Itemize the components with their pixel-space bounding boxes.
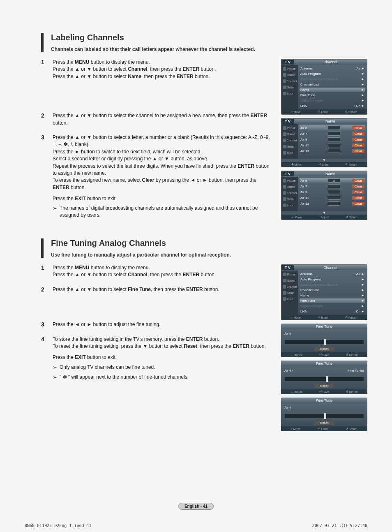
ft-channel: Air 4 xyxy=(284,332,291,335)
b: ENTER xyxy=(177,74,194,79)
t: Repeat the process to select the last th… xyxy=(53,163,238,169)
print-footer: BN68-01192E-02Eng-1.indd 41 2007-03-21 ｿ… xyxy=(25,523,367,528)
osd-tv-label: T V xyxy=(281,60,294,65)
page-number: English - 41 xyxy=(178,503,214,510)
osd-side-item: Setup xyxy=(281,196,298,202)
t: , then press the xyxy=(197,343,233,349)
ft-reset: Reset xyxy=(314,347,334,351)
osd-foot-item: ✥ Move xyxy=(291,163,302,166)
t: Press the ▲ or ▼ button to select xyxy=(53,66,128,72)
osd-finetune-panel: Fine TuneAir 4 *Fine Tuned10Reset↔ Adjus… xyxy=(281,361,367,394)
osd-side-item: Setup xyxy=(281,143,298,150)
note-arrow-icon: ➢ xyxy=(53,364,57,371)
osd-title: Channel xyxy=(294,265,367,270)
ft-step-1: 1 Press the MENU button to display the m… xyxy=(41,264,273,279)
menu-icon xyxy=(283,145,286,148)
osd-foot-item: ⏎ Enter xyxy=(318,110,328,113)
osd-menu-item: Fine Tune ► xyxy=(300,93,365,97)
ft-channel: Air 4 xyxy=(284,406,291,409)
step-num: 1 xyxy=(41,264,48,279)
osd-foot-item: ⏎ Enter xyxy=(318,316,328,319)
t: button. xyxy=(53,120,68,126)
ft-slider: 10 xyxy=(284,377,364,382)
t: button to exit. xyxy=(86,196,117,201)
b: ENTER xyxy=(233,343,249,349)
step-num: 2 xyxy=(41,286,48,293)
osd-side-item: Setup xyxy=(281,290,298,296)
osd-finetune-panel: Fine TuneAir 40Reset↕ Move⏎ Enter↺ Retur… xyxy=(281,398,367,431)
scroll-arrow-icon: ▼ xyxy=(281,159,367,162)
t: , then press the xyxy=(151,287,186,292)
b: Name xyxy=(128,74,141,79)
menu-icon xyxy=(283,79,286,83)
t: button. xyxy=(194,74,210,79)
menu-icon xyxy=(283,279,286,282)
osd-side-item: Picture xyxy=(281,271,298,278)
t: Press the ► button to switch to the next… xyxy=(53,149,202,155)
osd-foot-item: ↺ Return xyxy=(346,353,358,356)
osd-foot-item: ↺ Return xyxy=(346,427,357,430)
b: EXIT xyxy=(75,354,86,360)
menu-icon xyxy=(283,73,286,77)
ft-title: Fine Tune xyxy=(281,361,367,366)
ft-status: Fine Tuned xyxy=(348,369,364,372)
osd-name-row: Air 6Clear xyxy=(300,125,365,130)
menu-icon xyxy=(283,273,286,276)
osd-foot-item: ↕ Move xyxy=(291,427,300,430)
osd-channel-menu-2: T VChannel PictureSoundChannelSetupInput… xyxy=(281,264,367,320)
ft-title: Fine Tune xyxy=(281,324,367,329)
ft-handle xyxy=(324,339,326,345)
t: button. xyxy=(203,287,219,292)
osd-foot-item: ↔ Move xyxy=(291,215,302,219)
step-num: 3 xyxy=(41,134,48,219)
ft-reset: Reset xyxy=(314,421,334,425)
clear-button: Clear xyxy=(352,179,364,183)
clear-button: Clear xyxy=(352,126,364,130)
osd-menu-item: Signal Strength ► xyxy=(300,98,365,103)
note: ➢" ✽ " will appear next to the number of… xyxy=(53,374,266,381)
osd-side-item: Picture xyxy=(281,125,298,131)
note: ➢Only analog TV channels can be fine tun… xyxy=(53,364,266,371)
osd-menu-item: Channel List ► xyxy=(300,82,365,87)
section-labeling: Labeling Channels Channels can labeled s… xyxy=(41,33,367,52)
b: EXIT xyxy=(75,196,86,201)
osd-menu-item: Clear Scrambled Channel ► xyxy=(300,282,365,287)
ft-slider: 0 xyxy=(284,340,364,345)
b: ENTER xyxy=(53,185,69,190)
t: button to exit. xyxy=(86,354,117,360)
step-num: 2 xyxy=(41,112,48,127)
t: Press the ◄ or ► button to adjust the fi… xyxy=(53,322,161,327)
menu-icon xyxy=(283,126,286,130)
osd-title: Channel xyxy=(294,60,367,65)
osd-side-item: Sound xyxy=(281,131,298,137)
t: , then press the xyxy=(148,272,183,278)
t: button. xyxy=(199,66,216,72)
t: Press the xyxy=(53,265,75,271)
t: The names of digital broadcasting channe… xyxy=(60,205,273,219)
t: To store the fine tuning setting in the … xyxy=(53,336,186,342)
t: To erase the assigned new name, select xyxy=(53,177,142,183)
b: ENTER xyxy=(250,113,267,118)
osd-side-item: Picture xyxy=(281,178,298,184)
osd-foot-item: ↺ Return xyxy=(346,390,358,393)
clear-button: Clear xyxy=(352,138,364,141)
osd-side-item: Channel xyxy=(281,284,298,290)
osd-name-row: Air 13Clear xyxy=(300,201,365,206)
menu-icon xyxy=(283,285,286,289)
t: Press the xyxy=(53,196,75,201)
osd-name-row: Air 9Clear xyxy=(300,137,365,142)
t: button. xyxy=(69,185,86,190)
osd-foot-item: ↺ Return xyxy=(346,215,357,219)
print-file: BN68-01192E-02Eng-1.indd 41 xyxy=(25,523,92,528)
ft-reset: Reset xyxy=(314,384,334,388)
osd-foot-item: ↕ Move xyxy=(291,110,301,113)
osd-tv-label: T V xyxy=(281,119,294,124)
clear-button: Clear xyxy=(352,196,364,200)
osd-name-row: Air 11Clear xyxy=(300,195,365,200)
ft-step-3: 3 Press the ◄ or ► button to adjust the … xyxy=(41,321,273,328)
step-2: 2 Press the ▲ or ▼ button to select the … xyxy=(41,112,273,127)
b: ENTER xyxy=(186,287,203,292)
osd-name-row: Air 11Clear xyxy=(300,143,365,148)
ft-title: Fine Tune xyxy=(281,398,367,403)
ft-channel: Air 4 * xyxy=(284,369,293,372)
